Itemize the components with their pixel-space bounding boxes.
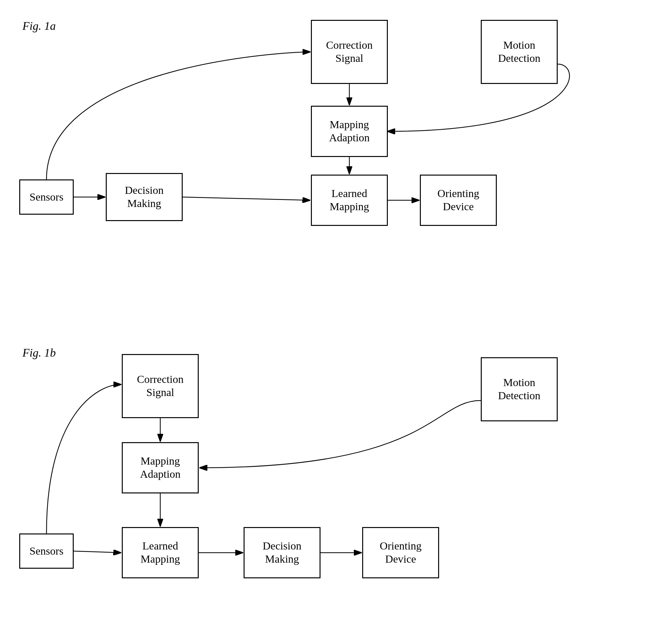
fig1b-mapping-adaption-box: MappingAdaption xyxy=(122,442,199,493)
diagram-arrows xyxy=(0,0,650,644)
fig1b-correction-signal-box: CorrectionSignal xyxy=(122,354,199,418)
fig1a-sensors-box: Sensors xyxy=(19,180,74,215)
fig1a-label: Fig. 1a xyxy=(23,19,56,33)
fig1b-sensors-box: Sensors xyxy=(19,533,74,569)
fig1b-orienting-device-box: OrientingDevice xyxy=(362,527,439,578)
fig1a-correction-signal-box: CorrectionSignal xyxy=(311,20,388,84)
fig1a-mapping-adaption-box: MappingAdaption xyxy=(311,106,388,157)
fig1a-learned-mapping-box: LearnedMapping xyxy=(311,175,388,226)
fig1a-orienting-device-box: OrientingDevice xyxy=(420,175,497,226)
fig1b-decision-making-box: DecisionMaking xyxy=(244,527,321,578)
fig1a-motion-detection-box: MotionDetection xyxy=(481,20,558,84)
svg-line-6 xyxy=(74,551,120,553)
fig1b-learned-mapping-box: LearnedMapping xyxy=(122,527,199,578)
svg-line-2 xyxy=(183,197,310,200)
fig1b-motion-detection-box: MotionDetection xyxy=(481,357,558,421)
fig1b-label: Fig. 1b xyxy=(23,346,56,359)
fig1a-decision-making-box: DecisionMaking xyxy=(106,173,183,221)
